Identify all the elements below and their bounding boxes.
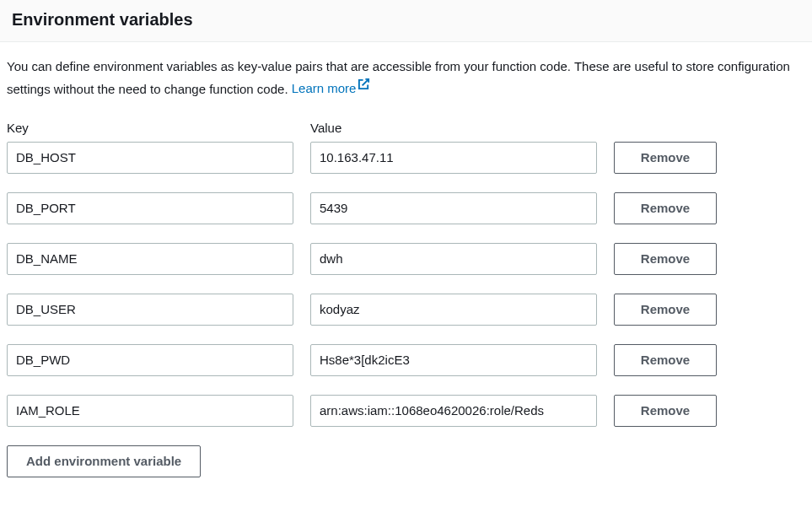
remove-button[interactable]: Remove	[614, 344, 717, 376]
column-header-value: Value	[310, 121, 597, 135]
key-input[interactable]	[7, 395, 293, 427]
variable-row: Remove	[7, 192, 805, 224]
variable-row: Remove	[7, 395, 805, 427]
section-header: Environment variables	[0, 0, 812, 42]
value-input[interactable]	[310, 243, 597, 275]
remove-button[interactable]: Remove	[614, 243, 717, 275]
add-environment-variable-button[interactable]: Add environment variable	[7, 445, 201, 477]
value-input[interactable]	[310, 395, 597, 427]
remove-button[interactable]: Remove	[614, 142, 717, 174]
key-input[interactable]	[7, 243, 293, 275]
variable-row: Remove	[7, 142, 805, 174]
content-area: You can define environment variables as …	[0, 42, 812, 477]
variable-row: Remove	[7, 294, 805, 326]
columns-header: Key Value	[7, 121, 805, 135]
description-body: You can define environment variables as …	[7, 59, 790, 95]
key-input[interactable]	[7, 294, 293, 326]
remove-button[interactable]: Remove	[614, 192, 717, 224]
value-input[interactable]	[310, 192, 597, 224]
variables-list: RemoveRemoveRemoveRemoveRemoveRemove	[7, 142, 805, 427]
description-text: You can define environment variables as …	[7, 57, 805, 99]
column-header-key: Key	[7, 121, 293, 135]
learn-more-link[interactable]: Learn more	[292, 81, 371, 95]
value-input[interactable]	[310, 294, 597, 326]
external-link-icon	[358, 77, 370, 96]
value-input[interactable]	[310, 344, 597, 376]
key-input[interactable]	[7, 192, 293, 224]
variable-row: Remove	[7, 243, 805, 275]
remove-button[interactable]: Remove	[614, 395, 717, 427]
page-title: Environment variables	[12, 10, 800, 30]
key-input[interactable]	[7, 344, 293, 376]
variable-row: Remove	[7, 344, 805, 376]
value-input[interactable]	[310, 142, 597, 174]
key-input[interactable]	[7, 142, 293, 174]
remove-button[interactable]: Remove	[614, 294, 717, 326]
learn-more-label: Learn more	[292, 81, 357, 95]
